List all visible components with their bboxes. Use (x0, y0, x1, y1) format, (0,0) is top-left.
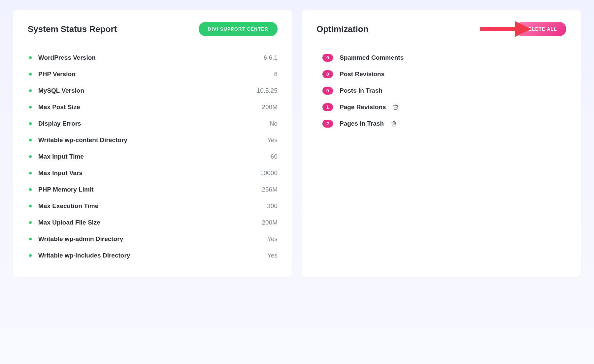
system-status-header: System Status Report DIVI SUPPORT CENTER (28, 22, 278, 36)
status-row: WordPress Version6.6.1 (28, 49, 278, 66)
optimization-label: Spammed Comments (340, 54, 404, 61)
status-dot-icon (29, 238, 32, 240)
system-status-panel: System Status Report DIVI SUPPORT CENTER… (13, 10, 292, 277)
optimization-panel: Optimization DELETE ALL 0Spammed Comment… (302, 10, 581, 277)
status-row: MySQL Version10.5.25 (28, 82, 278, 99)
optimization-row: 2Pages in Trash (322, 115, 566, 132)
status-row: PHP Memory Limit256M (28, 181, 278, 198)
status-label: WordPress Version (38, 54, 264, 61)
status-value: 256M (262, 186, 278, 193)
count-badge: 2 (322, 120, 333, 128)
status-dot-icon (29, 172, 32, 174)
status-list: WordPress Version6.6.1PHP Version8MySQL … (28, 49, 278, 264)
trash-icon[interactable] (392, 104, 399, 110)
status-dot-icon (29, 122, 32, 125)
status-row: Writable wp-content DirectoryYes (28, 132, 278, 148)
status-value: 200M (262, 104, 278, 111)
status-label: MySQL Version (38, 87, 257, 94)
optimization-list: 0Spammed Comments0Post Revisions0Posts i… (316, 49, 566, 132)
status-value: 8 (274, 71, 278, 78)
status-label: Max Input Vars (38, 169, 260, 177)
optimization-label: Page Revisions (340, 104, 386, 111)
status-dot-icon (29, 106, 32, 108)
status-row: Max Post Size200M (28, 99, 278, 115)
status-dot-icon (29, 221, 32, 224)
count-badge: 1 (322, 103, 333, 111)
status-label: Writable wp-includes Directory (38, 252, 267, 259)
status-dot-icon (29, 188, 32, 191)
status-value: 10000 (260, 169, 278, 177)
optimization-row: 0Spammed Comments (322, 49, 566, 66)
optimization-row: 0Posts in Trash (322, 82, 566, 99)
status-dot-icon (29, 56, 32, 59)
status-row: PHP Version8 (28, 66, 278, 82)
status-label: Display Errors (38, 120, 270, 127)
optimization-title: Optimization (316, 24, 368, 34)
optimization-label: Post Revisions (340, 71, 384, 78)
status-value: 200M (262, 219, 278, 226)
status-value: Yes (267, 136, 278, 144)
status-row: Max Input Vars10000 (28, 165, 278, 181)
status-dot-icon (29, 139, 32, 141)
status-label: Writable wp-content Directory (38, 136, 267, 144)
optimization-header: Optimization DELETE ALL (316, 22, 566, 36)
status-dot-icon (29, 205, 32, 207)
status-value: Yes (267, 252, 278, 259)
status-dot-icon (29, 254, 32, 257)
count-badge: 0 (322, 54, 333, 62)
status-row: Display ErrorsNo (28, 115, 278, 132)
count-badge: 0 (322, 87, 333, 95)
divi-support-center-button[interactable]: DIVI SUPPORT CENTER (199, 22, 278, 36)
status-value: 60 (271, 153, 278, 160)
optimization-row: 1Page Revisions (322, 99, 566, 115)
status-row: Max Upload File Size200M (28, 214, 278, 231)
status-row: Max Input Time60 (28, 148, 278, 165)
optimization-label: Pages in Trash (340, 120, 384, 127)
status-label: Max Post Size (38, 104, 262, 111)
system-status-title: System Status Report (28, 24, 117, 34)
optimization-row: 0Post Revisions (322, 66, 566, 82)
optimization-label: Posts in Trash (340, 87, 382, 94)
status-value: 10.5.25 (257, 87, 278, 94)
status-dot-icon (29, 155, 32, 158)
status-label: PHP Memory Limit (38, 186, 262, 193)
status-row: Writable wp-admin DirectoryYes (28, 231, 278, 247)
status-label: Max Input Time (38, 153, 271, 160)
status-dot-icon (29, 89, 32, 92)
status-value: 300 (267, 202, 278, 210)
status-label: Max Upload File Size (38, 219, 262, 226)
delete-all-button[interactable]: DELETE ALL (515, 22, 566, 36)
status-label: PHP Version (38, 71, 274, 78)
status-row: Writable wp-includes DirectoryYes (28, 247, 278, 264)
status-value: 6.6.1 (264, 54, 278, 61)
status-label: Writable wp-admin Directory (38, 235, 267, 243)
status-value: No (270, 120, 278, 127)
trash-icon[interactable] (390, 120, 397, 127)
status-label: Max Execution Time (38, 202, 267, 210)
status-value: Yes (267, 235, 278, 243)
status-dot-icon (29, 73, 32, 76)
count-badge: 0 (322, 70, 333, 78)
status-row: Max Execution Time300 (28, 198, 278, 214)
